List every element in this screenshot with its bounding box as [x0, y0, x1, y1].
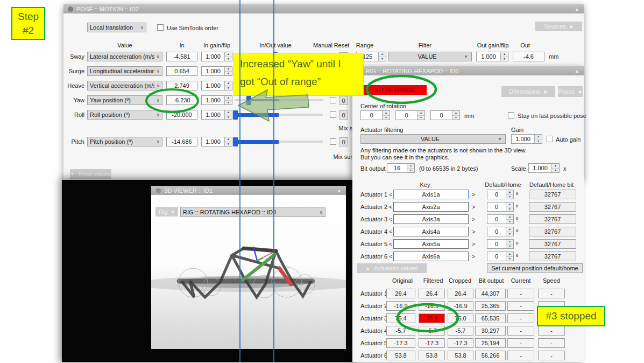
key-input[interactable]: Axis1a [393, 190, 469, 199]
spin-up-icon[interactable]: ▲ [506, 252, 513, 257]
spin-up-icon[interactable]: ▲ [506, 227, 513, 232]
key-prev-button[interactable]: < [389, 216, 392, 222]
spin-up-icon[interactable]: ▲ [383, 111, 390, 116]
set-home-button[interactable]: Set current position default/home [487, 263, 583, 273]
key-prev-button[interactable]: < [389, 228, 392, 235]
spin-up-icon[interactable]: ▲ [506, 203, 513, 207]
collapse-icon[interactable]: ▲ [575, 6, 579, 12]
spin-up-icon[interactable]: ▲ [552, 164, 559, 169]
simtools-order-checkbox[interactable] [157, 24, 164, 31]
spin-up-icon[interactable]: ▲ [407, 164, 414, 169]
spin-up-icon[interactable]: ▲ [506, 240, 513, 245]
spin-down-icon[interactable]: ▼ [506, 207, 513, 212]
surge-gain-spinner[interactable]: 1.000▲▼ [201, 66, 232, 76]
spin-down-icon[interactable]: ▼ [417, 116, 424, 120]
stay-on-pose-checkbox[interactable] [508, 112, 514, 118]
spin-down-icon[interactable]: ▼ [506, 232, 513, 236]
roll-slider-thumb[interactable] [233, 110, 238, 120]
spin-down-icon[interactable]: ▼ [501, 57, 508, 61]
spin-down-icon[interactable]: ▼ [379, 57, 386, 61]
spin-down-icon[interactable]: ▼ [225, 57, 232, 61]
auto-gain-checkbox[interactable] [547, 136, 553, 142]
rig-titlebar[interactable]: ⬢ RIG :: ROTATING HEXAPOD :: ID0 ▲ [352, 66, 584, 75]
spin-down-icon[interactable]: ▼ [506, 245, 513, 249]
key-input[interactable]: Axis3a [393, 214, 469, 224]
roll-source-dropdown[interactable]: Roll position (º)∨ [87, 110, 162, 120]
spin-up-icon[interactable]: ▲ [379, 52, 386, 57]
cor-z-spinner[interactable]: 0▲▼ [430, 110, 460, 120]
spin-up-icon[interactable]: ▲ [225, 96, 232, 101]
spin-up-icon[interactable]: ▲ [506, 215, 513, 220]
spin-down-icon[interactable]: ▼ [407, 169, 414, 173]
spin-down-icon[interactable]: ▼ [225, 86, 232, 90]
pitch-slider-thumb[interactable] [233, 137, 238, 146]
heave-source-dropdown[interactable]: Vertical acceleration (m/s²)∨ [87, 81, 162, 90]
roll-reset-button[interactable]: 0 [339, 110, 348, 120]
spin-down-icon[interactable]: ▼ [506, 220, 513, 224]
viewer-rig-dropdown[interactable]: RIG :: ROTATING HEXAPOD :: ID0 ∨ [180, 207, 325, 217]
yaw-manual-checkbox[interactable] [330, 97, 336, 103]
cor-y-spinner[interactable]: 0▲▼ [395, 110, 425, 120]
home-spinner[interactable]: 0▲▼ [487, 190, 514, 199]
home-spinner[interactable]: 0▲▼ [487, 227, 514, 236]
spin-up-icon[interactable]: ▲ [535, 135, 542, 139]
gain-spinner[interactable]: 1.000▲▼ [511, 134, 542, 144]
home-spinner[interactable]: 0▲▼ [487, 202, 514, 212]
key-input[interactable]: Axis2a [393, 202, 469, 212]
poses-button[interactable]: Poses ▶ [558, 86, 583, 97]
key-input[interactable]: Axis6a [393, 252, 469, 261]
spin-down-icon[interactable]: ▼ [225, 115, 232, 120]
spin-up-icon[interactable]: ▲ [225, 137, 232, 142]
sway-gain-spinner[interactable]: 1.000▲▼ [201, 52, 232, 61]
yaw-slider[interactable] [235, 99, 323, 101]
spin-up-icon[interactable]: ▲ [417, 111, 424, 116]
spin-up-icon[interactable]: ▲ [225, 52, 232, 57]
pitch-slider[interactable] [235, 141, 323, 143]
actuators-values-button[interactable]: ▲ Actuators values [357, 263, 427, 273]
spin-down-icon[interactable]: ▼ [506, 195, 513, 199]
dimensions-button[interactable]: Dimensions ▶ [501, 86, 555, 97]
spin-down-icon[interactable]: ▼ [535, 139, 542, 144]
scale-spinner[interactable]: 1.000▲▼ [528, 163, 560, 173]
key-prev-button[interactable]: < [389, 253, 392, 260]
key-next-button[interactable]: > [472, 216, 475, 222]
roll-manual-checkbox[interactable] [330, 111, 336, 118]
sources-button[interactable]: Sources ▶ [535, 22, 582, 31]
key-next-button[interactable]: > [472, 191, 475, 198]
key-next-button[interactable]: > [472, 253, 475, 260]
bit-output-spinner[interactable]: 16▲▼ [387, 163, 415, 173]
yaw-gain-spinner[interactable]: 1.000▲▼ [201, 95, 232, 105]
home-spinner[interactable]: 0▲▼ [487, 252, 514, 261]
spin-up-icon[interactable]: ▲ [452, 111, 459, 116]
pitch-gain-spinner[interactable]: 1.000▲▼ [201, 137, 232, 146]
yaw-slider-thumb[interactable] [246, 96, 251, 105]
spin-down-icon[interactable]: ▼ [225, 142, 232, 146]
spin-up-icon[interactable]: ▲ [506, 190, 513, 195]
key-prev-button[interactable]: < [389, 241, 392, 247]
actuator-filter-dropdown[interactable]: VALUE ▼ [360, 134, 506, 144]
spin-down-icon[interactable]: ▼ [225, 101, 232, 105]
pose-window-titlebar[interactable]: POSE :: MOTION :: ID2 ▲ [63, 4, 584, 13]
heave-gain-spinner[interactable]: 1.000▲▼ [201, 81, 232, 90]
yaw-reset-button[interactable]: 0 [339, 96, 348, 105]
yaw-source-dropdown[interactable]: Yaw position (º)∨ [87, 95, 162, 105]
translation-mode-dropdown[interactable]: Local translation ∨ [87, 23, 146, 32]
cor-x-spinner[interactable]: 0▲▼ [360, 110, 390, 120]
key-input[interactable]: Axis5a [393, 239, 469, 249]
spin-up-icon[interactable]: ▲ [501, 52, 508, 57]
collapse-icon[interactable]: ▲ [575, 68, 579, 74]
key-input[interactable]: Axis4a [393, 227, 469, 236]
spin-down-icon[interactable]: ▼ [452, 116, 459, 120]
pose-values-button[interactable]: ▼ Pose values [70, 169, 111, 179]
home-spinner[interactable]: 0▲▼ [487, 214, 514, 224]
pitch-source-dropdown[interactable]: Pitch position (º)∨ [87, 137, 162, 146]
spin-up-icon[interactable]: ▲ [225, 110, 232, 115]
spin-down-icon[interactable]: ▼ [552, 169, 559, 173]
spin-up-icon[interactable]: ▲ [225, 67, 232, 72]
key-next-button[interactable]: > [472, 241, 475, 247]
sway-filter-dropdown[interactable]: VALUE▼ [388, 52, 472, 61]
key-next-button[interactable]: > [472, 204, 475, 210]
home-spinner[interactable]: 0▲▼ [487, 239, 514, 249]
viewer-titlebar[interactable]: ⬢ 3D VIEWER :: ID1 ▲ [151, 186, 346, 195]
key-prev-button[interactable]: < [389, 191, 392, 198]
